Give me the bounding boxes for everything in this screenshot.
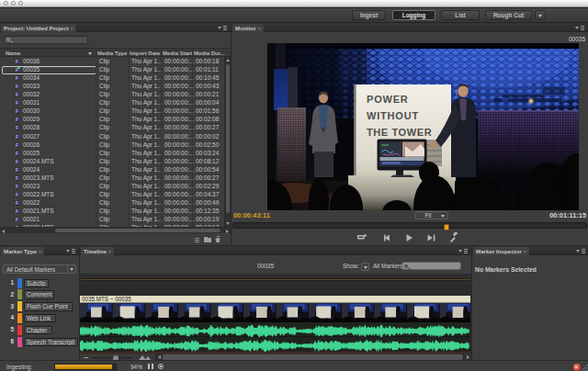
svg-text:THE TOWER: THE TOWER (367, 127, 432, 138)
svg-text:POWER: POWER (367, 94, 409, 105)
svg-text:WITHOUT: WITHOUT (367, 110, 419, 121)
